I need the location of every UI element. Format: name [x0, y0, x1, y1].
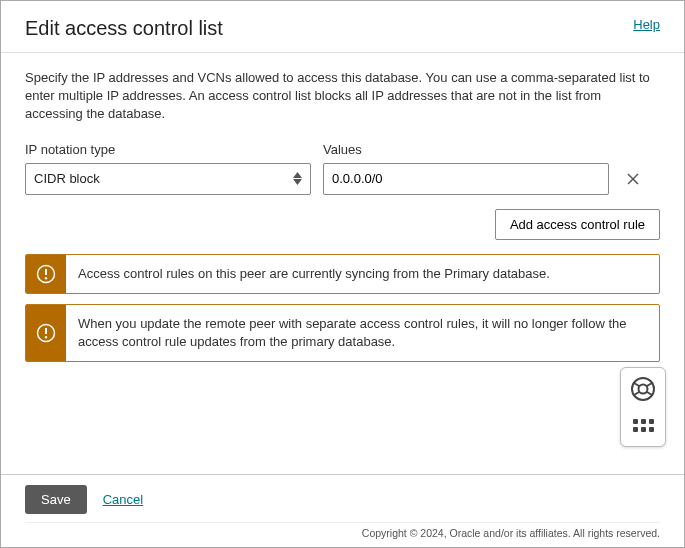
description-text: Specify the IP addresses and VCNs allowe…: [25, 69, 660, 124]
ip-notation-field: IP notation type CIDR block: [25, 142, 311, 195]
grid-icon: [633, 419, 654, 432]
add-access-control-rule-button[interactable]: Add access control rule: [495, 209, 660, 240]
dialog-footer: Save Cancel Copyright © 2024, Oracle and…: [1, 474, 684, 547]
page-title: Edit access control list: [25, 17, 223, 40]
ip-notation-select[interactable]: CIDR block: [25, 163, 311, 195]
floating-help-widget: [620, 367, 666, 447]
rule-row: IP notation type CIDR block Values: [25, 142, 660, 195]
select-arrows-icon: [293, 172, 302, 185]
svg-line-11: [647, 383, 652, 386]
support-button[interactable]: [628, 374, 658, 404]
add-rule-row: Add access control rule: [25, 209, 660, 240]
svg-point-8: [632, 378, 654, 400]
warning-alert: Access control rules on this peer are cu…: [25, 254, 660, 294]
save-button[interactable]: Save: [25, 485, 87, 514]
svg-line-12: [634, 392, 639, 395]
dialog-content: Specify the IP addresses and VCNs allowe…: [1, 53, 684, 474]
ip-notation-value: CIDR block: [34, 171, 293, 186]
cancel-link[interactable]: Cancel: [103, 492, 143, 507]
warning-icon: [26, 255, 66, 293]
copyright-text: Copyright © 2024, Oracle and/or its affi…: [25, 522, 660, 539]
lifebuoy-icon: [630, 376, 656, 402]
apps-grid-button[interactable]: [628, 410, 658, 440]
warning-icon: [26, 305, 66, 361]
ip-notation-label: IP notation type: [25, 142, 311, 157]
svg-line-10: [634, 383, 639, 386]
svg-line-13: [647, 392, 652, 395]
alert-message: Access control rules on this peer are cu…: [66, 255, 562, 293]
svg-point-7: [45, 336, 47, 338]
alert-message: When you update the remote peer with sep…: [66, 305, 659, 361]
values-field: Values: [323, 142, 609, 195]
values-label: Values: [323, 142, 609, 157]
help-link[interactable]: Help: [633, 17, 660, 32]
svg-point-9: [639, 385, 648, 394]
dialog-header: Edit access control list Help: [1, 1, 684, 52]
warning-alert: When you update the remote peer with sep…: [25, 304, 660, 362]
close-icon: [626, 172, 640, 186]
values-input[interactable]: [332, 164, 600, 194]
svg-point-4: [45, 277, 47, 279]
values-input-wrap: [323, 163, 609, 195]
remove-rule-button[interactable]: [621, 167, 645, 191]
